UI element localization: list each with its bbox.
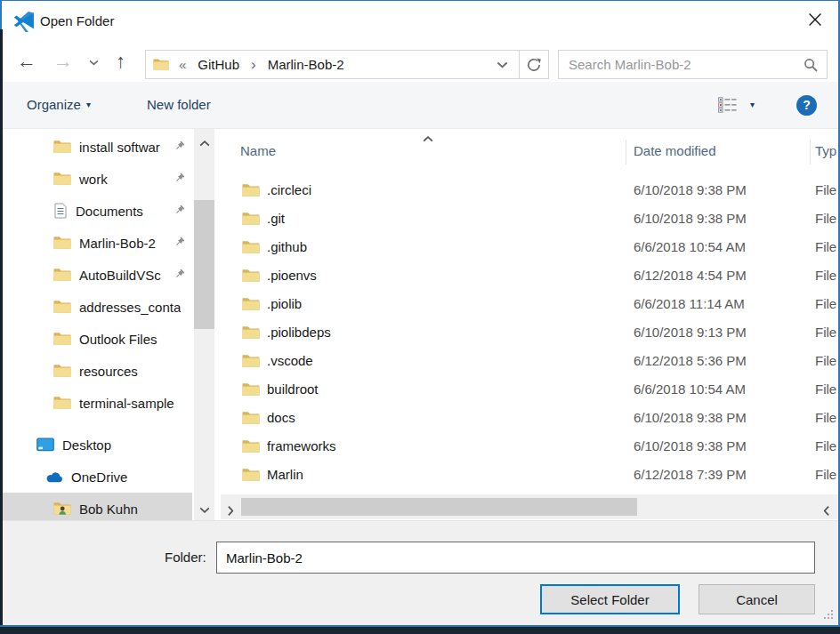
folder-icon [242,212,260,229]
close-icon [808,12,822,29]
close-button[interactable] [799,7,831,34]
folder-icon [53,396,71,410]
dialog-footer: Folder: Select Folder Cancel [3,520,838,625]
document-icon [53,203,68,219]
scroll-down-icon[interactable] [199,501,210,516]
sidebar-item-terminal-sample[interactable]: terminal-sample [3,387,192,419]
table-row[interactable]: .vscode 6/12/2018 5:36 PM File [221,347,838,375]
folder-icon [242,354,260,371]
sidebar-item-marlin-bob-2[interactable]: Marlin-Bob-2 [3,227,192,259]
file-list-pane: Name Date modified Typ .circleci 6/10/20… [221,129,838,520]
folder-icon [242,411,260,428]
folder-icon [242,240,260,257]
select-folder-button[interactable]: Select Folder [540,584,680,614]
address-bar[interactable]: « GitHub › Marlin-Bob-2 [145,50,549,79]
table-row[interactable]: docs 6/10/2018 9:38 PM File [221,404,838,432]
user-folder-icon [53,502,71,516]
folder-icon [242,297,260,314]
navigation-pane: install softwar work Documents Marlin-Bo… [3,129,192,520]
sidebar-item-desktop[interactable]: Desktop [3,429,192,461]
forward-button[interactable]: → [53,42,73,82]
title-bar: Open Folder [3,1,838,42]
folder-icon [242,468,260,485]
column-header-date-modified[interactable]: Date modified [634,138,716,165]
table-row[interactable]: .git 6/10/2018 9:38 PM File [221,205,838,233]
search-input[interactable] [559,51,827,78]
folder-icon [53,268,71,282]
scroll-up-icon[interactable] [199,134,210,149]
table-row[interactable]: buildroot 6/6/2018 10:54 AM File [221,375,838,404]
resize-grip-icon[interactable] [823,607,834,622]
folder-name-input[interactable] [216,542,815,574]
column-header-row: Name Date modified Typ [221,138,838,165]
details-view-icon [718,97,738,113]
up-button[interactable]: ↑ [116,42,125,82]
sidebar-item-work[interactable]: work [3,163,192,195]
search-icon[interactable] [804,58,819,76]
new-folder-button[interactable]: New folder [147,82,211,128]
horizontal-scrollbar[interactable] [221,494,838,519]
column-divider[interactable] [810,140,811,165]
pin-icon [173,140,186,156]
table-row[interactable]: .piolibdeps 6/10/2018 9:13 PM File [221,318,838,347]
sidebar-item-install-software[interactable]: install softwar [3,131,192,163]
sidebar-scrollbar[interactable] [194,129,214,520]
column-header-type[interactable]: Typ [815,138,836,165]
view-caret-icon[interactable]: ▾ [750,82,755,128]
folder-icon [53,300,71,314]
breadcrumb-separator-icon[interactable]: › [251,57,256,72]
scroll-left-icon[interactable] [225,502,236,517]
folder-icon [242,269,260,285]
folder-icon [53,172,71,186]
breadcrumb-overflow[interactable]: « [179,57,186,72]
window-border-bottom-shadow [0,627,840,634]
window-border-left [0,0,2,29]
change-view-button[interactable] [718,97,738,113]
table-row[interactable]: Marlin 6/12/2018 7:39 PM File [221,461,838,489]
help-button[interactable]: ? [796,95,817,116]
table-row[interactable]: frameworks 6/10/2018 9:38 PM File [221,432,838,461]
sidebar-item-resources[interactable]: resources [3,355,192,387]
sidebar-scrollbar-thumb[interactable] [194,200,214,329]
vscode-logo-icon [12,10,35,35]
horizontal-scrollbar-thumb[interactable] [241,498,637,516]
address-dropdown-chevron-icon[interactable] [497,61,508,68]
navigation-bar: ← → ↑ « GitHub › Marlin-Bob-2 [3,42,838,82]
sidebar-item-onedrive[interactable]: OneDrive [3,461,192,493]
cancel-button[interactable]: Cancel [699,584,815,614]
search-box [558,50,828,79]
desktop-icon [36,437,54,452]
organize-caret-icon: ▾ [86,100,91,109]
folder-icon [242,183,260,200]
table-row[interactable]: .pioenvs 6/12/2018 4:54 PM File [221,261,838,290]
folder-icon [242,325,260,342]
sidebar-item-autobuildvsc[interactable]: AutoBuildVSc [3,259,192,291]
folder-icon [53,140,71,154]
folder-icon [53,332,71,346]
breadcrumb-parent[interactable]: GitHub [198,57,239,72]
sidebar-item-addresses-contacts[interactable]: addresses_conta [3,291,192,323]
main-area: install softwar work Documents Marlin-Bo… [3,129,838,520]
folder-icon [53,236,71,250]
refresh-icon [526,57,542,73]
sidebar-item-documents[interactable]: Documents [3,195,192,227]
open-folder-dialog: Open Folder ← → ↑ « GitHub › Marlin-Bob-… [0,0,840,634]
column-divider[interactable] [626,140,626,165]
pin-icon [173,236,186,252]
sidebar-item-outlook-files[interactable]: Outlook Files [3,323,192,355]
column-header-name[interactable]: Name [240,138,276,165]
onedrive-cloud-icon [45,471,63,483]
refresh-button[interactable] [519,51,548,78]
scroll-right-icon[interactable] [821,502,832,517]
back-button[interactable]: ← [17,42,36,82]
recent-locations-chevron-icon[interactable] [89,60,99,66]
breadcrumb-current[interactable]: Marlin-Bob-2 [268,57,344,72]
organize-button[interactable]: Organize▾ [27,82,91,128]
sidebar-item-bob-kuhn[interactable]: Bob Kuhn [3,493,192,520]
table-row[interactable]: .circleci 6/10/2018 9:38 PM File [221,176,838,205]
folder-icon [53,364,71,378]
table-row[interactable]: .piolib 6/6/2018 11:14 AM File [221,290,838,318]
pin-icon [173,268,186,284]
table-row[interactable]: .github 6/6/2018 10:54 AM File [221,233,838,261]
pin-icon [173,204,186,220]
